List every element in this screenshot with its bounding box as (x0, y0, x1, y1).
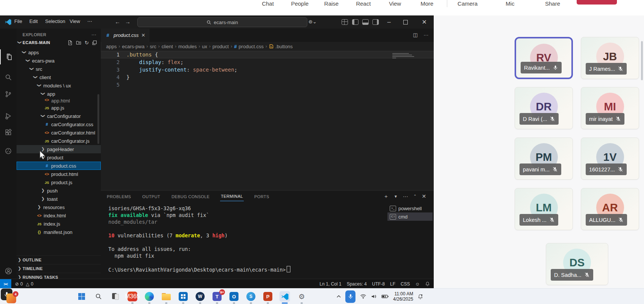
tree-item-pageHeader[interactable]: ❯pageHeader (17, 145, 101, 153)
close-button[interactable]: ✕ (418, 15, 431, 29)
breadcrumb-item[interactable]: product (213, 44, 229, 49)
tree-item-ecars-pwa[interactable]: ❯ecars-pwa (17, 57, 101, 65)
participant-tile-mi[interactable]: MImir inayat (581, 87, 639, 129)
panel-tab-output[interactable]: OUTPUT (141, 192, 161, 201)
tree-item-product.js[interactable]: JSproduct.js (17, 178, 101, 186)
terminal-instance-cmd[interactable]: C:\cmd (387, 212, 433, 221)
tree-item-src[interactable]: ❯src (17, 65, 101, 73)
tree-item-app[interactable]: ❯app (17, 90, 101, 98)
menu-[interactable]: ⋯ (87, 18, 92, 24)
explorer-actions[interactable]: ↻ (68, 38, 97, 47)
breadcrumb[interactable]: apps›ecars-pwa›src›client›modules›ux›pro… (101, 42, 434, 51)
tree-item-product[interactable]: ❯product (17, 153, 101, 162)
participant-tile-pm[interactable]: PMpavani m... (515, 137, 573, 180)
nav-back-icon[interactable]: ← (115, 18, 120, 25)
explorer-more-icon[interactable]: ··· (91, 32, 96, 37)
meeting-tab-chat[interactable]: Chat (262, 0, 274, 7)
tree-item-carConfigurator[interactable]: ❯carConfigurator (17, 112, 101, 120)
participant-tile-dr[interactable]: DRD Ravi (... (515, 87, 573, 129)
notifications-bell-icon[interactable] (425, 281, 430, 286)
minimize-button[interactable]: ─ (382, 15, 396, 29)
tree-item-product.html[interactable]: <>product.html (17, 170, 101, 178)
participant-tile-lm[interactable]: LMLokesh ... (515, 188, 573, 230)
taskbar-skype-icon[interactable]: S (246, 291, 256, 302)
roster-scrollbar[interactable] (641, 41, 643, 80)
taskbar-outlook-icon[interactable]: O (229, 291, 239, 302)
taskbar-search-icon[interactable] (93, 291, 104, 302)
taskbar-teams-icon[interactable]: T9+ (212, 291, 222, 302)
taskbar-taskview-icon[interactable] (110, 291, 121, 302)
tree-item-app.js[interactable]: JSapp.js (17, 104, 101, 112)
participant-tile-ds[interactable]: DSD. Sadha... (546, 243, 608, 285)
panel-tab-debug-console[interactable]: DEBUG CONSOLE (171, 192, 210, 201)
close-panel-icon[interactable]: ✕ (422, 193, 426, 200)
panel-more-icon[interactable]: ··· (403, 193, 408, 200)
remote-indicator[interactable]: >< (0, 279, 11, 289)
participant-tile-1v[interactable]: 1V1601227... (581, 137, 639, 180)
wifi-icon[interactable] (360, 294, 366, 299)
panel-tab-ports[interactable]: PORTS (254, 192, 270, 201)
breadcrumb-item[interactable]: ecars-pwa (122, 44, 144, 49)
meeting-tab-react[interactable]: React (356, 0, 371, 7)
tree-item-toast[interactable]: ❯toast (17, 195, 101, 203)
sidebar-scrollbar[interactable] (97, 94, 99, 144)
meeting-control-share[interactable]: Share (545, 0, 560, 7)
tree-item-product.css[interactable]: #product.css (17, 162, 101, 170)
taskbar-store-icon[interactable] (178, 291, 188, 302)
new-folder-icon[interactable] (76, 40, 81, 45)
tree-item-app.html[interactable]: <>app.html (17, 98, 101, 104)
meeting-control-camera[interactable]: Camera (457, 0, 477, 7)
tree-item-client[interactable]: ❯client (17, 73, 101, 81)
meeting-tab-more[interactable]: More (421, 0, 433, 7)
terminal-dropdown-icon[interactable]: ▼ (394, 193, 398, 200)
taskbar-vscode-icon[interactable] (279, 291, 290, 302)
restore-button[interactable] (399, 15, 412, 29)
profile-icon[interactable]: ⊜⌄ (308, 19, 317, 24)
account-icon[interactable] (0, 263, 17, 278)
section-timeline[interactable]: ❯TIMELINE (17, 264, 101, 273)
search-icon[interactable] (0, 70, 17, 85)
tree-item-manifest.json[interactable]: {}manifest.json (17, 228, 101, 236)
terminal-output[interactable]: isories/GHSA-f5x3-32g6-xq36fix available… (108, 205, 372, 273)
breadcrumb-item[interactable]: modules (178, 44, 197, 49)
notification-app-icon[interactable]: 4 (6, 293, 16, 303)
taskbar-start-icon[interactable] (76, 291, 87, 302)
breadcrumb-item[interactable]: client (162, 44, 173, 49)
participant-tile-ar[interactable]: ARALLUGU... (581, 188, 639, 230)
menu-selection[interactable]: Selection (45, 18, 65, 24)
breadcrumb-item[interactable]: ux (202, 44, 207, 49)
status-item[interactable]: CSS (401, 281, 410, 287)
feedback-smiley-icon[interactable]: ☺ (415, 281, 420, 287)
status-item[interactable]: Ln 1, Col 1 (320, 281, 342, 287)
breadcrumb-item[interactable]: product.css (238, 44, 263, 49)
meeting-tab-view[interactable]: View (389, 0, 401, 7)
taskbar-powerpoint-icon[interactable]: P (263, 291, 273, 302)
run-debug-icon[interactable] (0, 108, 17, 124)
collapse-all-icon[interactable] (92, 40, 97, 45)
tree-item-resources[interactable]: ❯resources (17, 203, 101, 211)
mic-in-use-button[interactable] (345, 290, 355, 303)
taskbar-m365-icon[interactable]: M365 (127, 291, 138, 302)
tree-item-apps[interactable]: ❯apps (17, 48, 101, 57)
participant-tile-jb[interactable]: JBJ Rames... (581, 37, 639, 79)
source-control-icon[interactable] (0, 87, 17, 102)
taskbar-clock[interactable]: 11:00 AM4/26/2025 (393, 291, 413, 302)
menu-file[interactable]: File (14, 18, 22, 24)
problems-status[interactable]: ⊘0 △0 (15, 281, 33, 287)
breadcrumb-item[interactable]: src (150, 44, 156, 49)
status-item[interactable]: UTF-8 (372, 281, 385, 287)
taskbar-webex-icon[interactable]: W (195, 291, 205, 302)
taskbar-edge-icon[interactable] (144, 291, 155, 302)
notification-bell-icon[interactable] (418, 294, 423, 299)
maximize-panel-icon[interactable]: ⌃ (413, 193, 416, 200)
volume-icon[interactable] (371, 294, 377, 299)
toggle-secondary-sidebar-icon[interactable] (372, 19, 379, 25)
toggle-sidebar-icon[interactable] (352, 19, 358, 25)
code-editor[interactable]: 1.buttons {2 display: flex;3 justify-con… (101, 51, 434, 190)
workspace-root-row[interactable]: ❯ ECARS-MAIN ↻ (17, 38, 101, 47)
meeting-tab-raise[interactable]: Raise (324, 0, 339, 7)
split-editor-icon[interactable]: ◫ (413, 32, 418, 38)
toggle-panel-icon[interactable] (362, 19, 369, 25)
battery-icon[interactable] (381, 294, 389, 299)
close-tab-icon[interactable]: ✕ (141, 32, 145, 38)
